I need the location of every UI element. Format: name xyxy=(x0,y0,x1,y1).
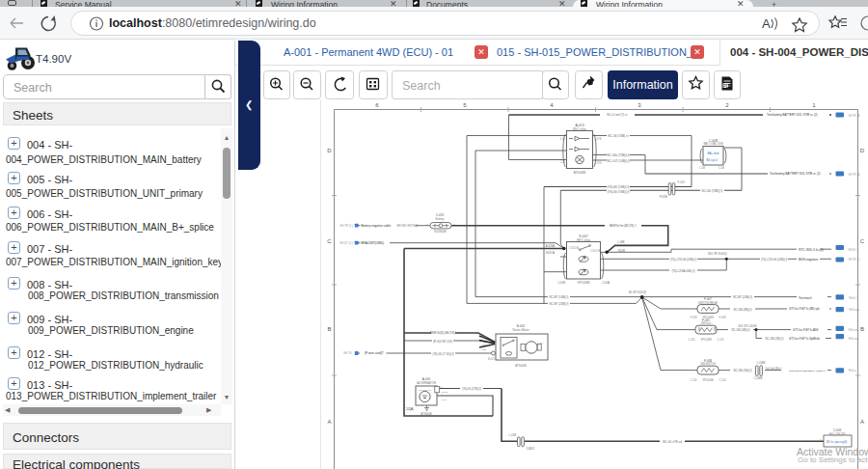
svg-text:A: A xyxy=(762,16,771,31)
